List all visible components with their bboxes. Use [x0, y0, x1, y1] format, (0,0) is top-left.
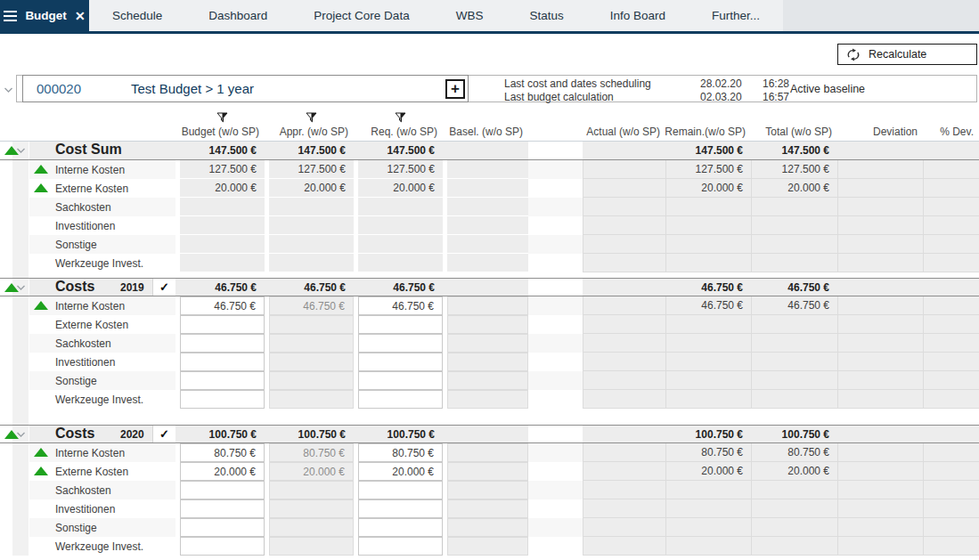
- tab-schedule[interactable]: Schedule: [89, 0, 185, 31]
- column-header-deviation[interactable]: Deviation: [837, 125, 923, 138]
- cell-budget[interactable]: [180, 499, 265, 518]
- tab-wbs[interactable]: WBS: [433, 0, 507, 31]
- budget-table: Cost Sum147.500 €147.500 €147.500 €147.5…: [0, 141, 979, 556]
- cell-basel: [447, 518, 528, 537]
- tab-budget-active[interactable]: Budget ✕: [0, 0, 89, 31]
- row-gutter: [12, 462, 29, 481]
- cell-pdev: [923, 371, 979, 390]
- row-label-cell: Sonstige: [29, 518, 175, 537]
- column-gap: [528, 353, 583, 371]
- cell-basel: [447, 462, 528, 481]
- project-id: 000020: [37, 81, 106, 96]
- cell-appr-sum: 46.750 €: [269, 279, 354, 296]
- cell-budget[interactable]: 20.000 €: [180, 462, 265, 481]
- cell-actual: [583, 443, 665, 462]
- approved-checkbox[interactable]: ✓: [152, 426, 175, 442]
- cell-total: [751, 481, 837, 499]
- tab-further[interactable]: Further...: [689, 0, 783, 31]
- cell-budget[interactable]: [180, 315, 265, 334]
- refresh-icon: [846, 48, 861, 61]
- cell-basel: [447, 353, 528, 371]
- cell-total: [751, 518, 837, 537]
- cell-req-sum: 100.750 €: [358, 426, 443, 442]
- cell-req[interactable]: 80.750 €: [358, 443, 443, 462]
- column-gap: [528, 390, 583, 409]
- row-label: Sonstige: [55, 239, 97, 251]
- tab-status[interactable]: Status: [506, 0, 586, 31]
- hamburger-icon[interactable]: [4, 11, 17, 21]
- cell-budget[interactable]: 46.750 €: [180, 296, 265, 315]
- cell-req[interactable]: [358, 334, 443, 353]
- column-header-actual[interactable]: Actual (w/o SP): [583, 125, 665, 138]
- project-header-box[interactable]: 000020 Test Budget > 1 year +: [22, 75, 469, 102]
- cell-budget: 127.500 €: [180, 160, 265, 179]
- project-expand-chevron-icon[interactable]: [4, 81, 13, 97]
- cell-budget[interactable]: [180, 481, 265, 499]
- filter-icon-req[interactable]: [395, 111, 406, 127]
- cell-req[interactable]: [358, 315, 443, 334]
- cell-pdev: [923, 334, 979, 353]
- row-gutter: [12, 334, 29, 353]
- column-headers: Budget (w/o SP)Appr. (w/o SP)Req. (w/o S…: [0, 109, 979, 141]
- cell-req[interactable]: [358, 499, 443, 518]
- cell-req[interactable]: [358, 537, 443, 556]
- trend-up-icon: [34, 467, 48, 475]
- section-spacer: [0, 409, 979, 425]
- cell-budget[interactable]: [180, 537, 265, 556]
- row-gutter: [12, 409, 29, 425]
- cell-budget[interactable]: 80.750 €: [180, 443, 265, 462]
- column-gap: [528, 160, 583, 179]
- cell-req[interactable]: [358, 390, 443, 409]
- tab-bar: Budget ✕ ScheduleDashboardProject Core D…: [0, 0, 979, 34]
- filter-icon-appr[interactable]: [306, 111, 317, 127]
- cell-total: [751, 235, 837, 254]
- tab-info-board[interactable]: Info Board: [587, 0, 689, 31]
- cell-appr: [269, 371, 354, 390]
- cell-budget[interactable]: [180, 371, 265, 390]
- group-row-costs-2020[interactable]: Costs2020✓100.750 €100.750 €100.750 €100…: [0, 425, 979, 443]
- add-button[interactable]: +: [445, 79, 465, 99]
- cell-req[interactable]: [358, 371, 443, 390]
- cell-remain-sum: 147.500 €: [665, 142, 751, 159]
- cell-budget[interactable]: [180, 353, 265, 371]
- cell-req[interactable]: [358, 518, 443, 537]
- cell-actual: [583, 537, 665, 556]
- cell-remain: [665, 254, 751, 272]
- cell-deviation: [837, 216, 923, 235]
- column-gap: [528, 462, 583, 481]
- table-row: Sachkosten: [0, 198, 979, 216]
- recalculate-button[interactable]: Recalculate: [837, 44, 977, 65]
- row-label-cell: Investitionen: [29, 216, 175, 235]
- column-gap: [528, 481, 583, 499]
- cell-deviation: [837, 235, 923, 254]
- cell-req[interactable]: [358, 481, 443, 499]
- group-row-cost-sum[interactable]: Cost Sum147.500 €147.500 €147.500 €147.5…: [0, 142, 979, 160]
- cell-deviation: [837, 160, 923, 179]
- table-row: Interne Kosten127.500 €127.500 €127.500 …: [0, 160, 979, 179]
- project-info: Last cost and dates scheduling 28.02.20 …: [504, 77, 807, 103]
- cell-actual: [583, 216, 665, 235]
- cell-actual: [583, 390, 665, 409]
- cell-deviation: [837, 518, 923, 537]
- column-header-remain[interactable]: Remain.(w/o SP): [665, 125, 751, 138]
- filter-icon-budget[interactable]: [216, 111, 228, 127]
- cell-req[interactable]: 20.000 €: [358, 462, 443, 481]
- cell-budget[interactable]: [180, 390, 265, 409]
- cell-appr-sum: 100.750 €: [269, 426, 354, 442]
- column-header-basel[interactable]: Basel. (w/o SP): [447, 125, 528, 138]
- cell-budget[interactable]: [180, 518, 265, 537]
- cell-budget[interactable]: [180, 334, 265, 353]
- approved-checkbox[interactable]: ✓: [152, 279, 175, 296]
- tab-dashboard[interactable]: Dashboard: [185, 0, 290, 31]
- tab-project-core-data[interactable]: Project Core Data: [290, 0, 432, 31]
- column-header-total[interactable]: Total (w/o SP): [751, 125, 837, 138]
- project-title: Test Budget > 1 year: [131, 81, 445, 96]
- cell-req[interactable]: 46.750 €: [358, 296, 443, 315]
- cell-deviation: [837, 315, 923, 334]
- column-header-pdev[interactable]: % Dev.: [923, 125, 979, 138]
- table-row: Investitionen: [0, 216, 979, 235]
- group-row-costs-2019[interactable]: Costs2019✓46.750 €46.750 €46.750 €46.750…: [0, 278, 979, 296]
- cell-req[interactable]: [358, 353, 443, 371]
- cell-basel: [447, 334, 528, 353]
- close-icon[interactable]: ✕: [75, 9, 86, 23]
